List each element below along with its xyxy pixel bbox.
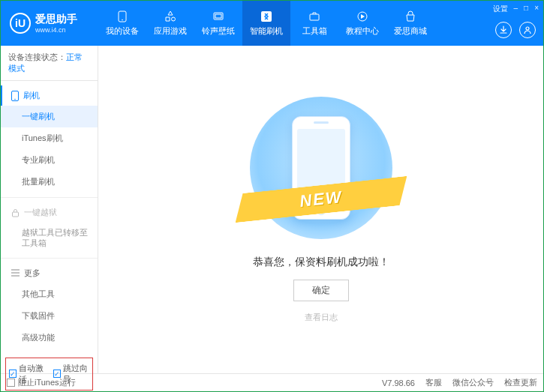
success-illustration: NEW (250, 97, 392, 239)
svg-point-1 (122, 19, 123, 21)
sidebar-item-more-2[interactable]: 高级功能 (1, 327, 98, 349)
svg-rect-5 (310, 14, 319, 20)
wechat-link[interactable]: 微信公众号 (452, 377, 494, 388)
menu-icon (11, 269, 20, 277)
flash-icon (260, 10, 273, 23)
nav-store[interactable]: 爱思商城 (386, 1, 434, 46)
device-icon (116, 10, 129, 23)
logo-title: 爱思助手 (35, 13, 77, 26)
nav-ringtones[interactable]: 铃声壁纸 (194, 1, 242, 46)
svg-rect-3 (215, 14, 221, 18)
sidebar-item-flash-3[interactable]: 批量刷机 (1, 171, 98, 193)
sidebar-item-more-1[interactable]: 下载固件 (1, 305, 98, 327)
store-icon (404, 10, 417, 23)
sidebar-item-flash-2[interactable]: 专业刷机 (1, 149, 98, 171)
settings-link[interactable]: 设置 (493, 4, 508, 14)
sidebar: 设备连接状态：正常模式 刷机 一键刷机iTunes刷机专业刷机批量刷机 一键越狱… (1, 46, 98, 373)
logo: iU 爱思助手 www.i4.cn (1, 13, 98, 34)
tutorials-icon (356, 10, 369, 23)
phone-icon (11, 91, 19, 101)
minimize-button[interactable]: – (514, 4, 518, 14)
ringtones-icon (212, 10, 225, 23)
logo-icon: iU (10, 13, 31, 34)
sidebar-item-more-0[interactable]: 其他工具 (1, 283, 98, 305)
sidebar-head-flash[interactable]: 刷机 (1, 85, 98, 106)
nav-flash[interactable]: 智能刷机 (242, 1, 290, 46)
nav-apps[interactable]: 应用游戏 (146, 1, 194, 46)
support-link[interactable]: 客服 (425, 377, 442, 388)
maximize-button[interactable]: □ (524, 4, 528, 14)
sidebar-item-flash-0[interactable]: 一键刷机 (1, 106, 98, 127)
svg-rect-4 (261, 11, 272, 22)
checkbox-block-itunes[interactable]: 阻止iTunes运行 (7, 377, 76, 388)
main-content: NEW 恭喜您，保资料刷机成功啦！ 确定 查看日志 (98, 46, 543, 373)
svg-point-9 (14, 98, 16, 100)
svg-rect-10 (13, 212, 19, 217)
sidebar-head-jailbreak[interactable]: 一键越狱 (1, 202, 98, 223)
success-message: 恭喜您，保资料刷机成功啦！ (253, 256, 389, 269)
connection-status: 设备连接状态：正常模式 (1, 46, 98, 81)
download-icon[interactable] (495, 22, 512, 38)
main-nav: 我的设备应用游戏铃声壁纸智能刷机工具箱教程中心爱思商城 (98, 1, 543, 46)
version-label: V7.98.66 (382, 379, 415, 388)
window-controls: 设置 – □ × (493, 4, 539, 14)
sidebar-item-flash-1[interactable]: iTunes刷机 (1, 127, 98, 149)
lock-icon (11, 208, 20, 217)
sidebar-head-more[interactable]: 更多 (1, 263, 98, 283)
view-log-link[interactable]: 查看日志 (305, 312, 338, 323)
user-icon[interactable] (519, 22, 536, 38)
close-button[interactable]: × (534, 4, 539, 14)
svg-point-7 (526, 27, 529, 30)
tools-icon (308, 10, 321, 23)
app-header: iU 爱思助手 www.i4.cn 我的设备应用游戏铃声壁纸智能刷机工具箱教程中… (1, 1, 543, 46)
jailbreak-note: 越狱工具已转移至工具箱 (1, 223, 98, 253)
apps-icon (164, 10, 177, 23)
update-link[interactable]: 检查更新 (504, 377, 537, 388)
nav-tools[interactable]: 工具箱 (290, 1, 338, 46)
ok-button[interactable]: 确定 (293, 280, 349, 301)
nav-device[interactable]: 我的设备 (98, 1, 146, 46)
logo-url: www.i4.cn (35, 26, 77, 34)
nav-tutorials[interactable]: 教程中心 (338, 1, 386, 46)
